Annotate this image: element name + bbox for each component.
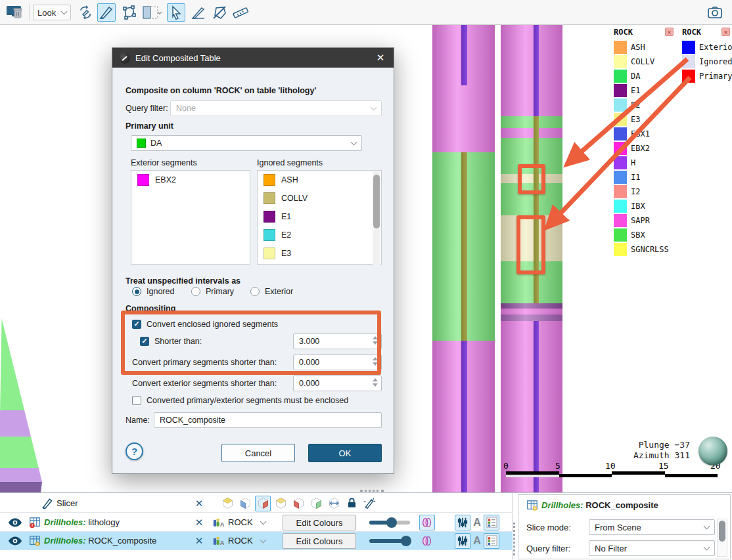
slice-mode-red-box-icon[interactable] xyxy=(255,496,271,511)
panel-splitter-handle[interactable] xyxy=(513,523,515,555)
cancel-button[interactable]: Cancel xyxy=(221,444,295,462)
visibility-eye-icon[interactable] xyxy=(8,517,22,528)
radio-icon xyxy=(191,287,200,296)
text-label-icon[interactable]: A xyxy=(469,515,485,530)
close-icon[interactable]: ✕ xyxy=(374,52,387,64)
spinner-arrows-icon[interactable] xyxy=(373,336,378,345)
shorter-than-spinbox[interactable]: 3.000 xyxy=(293,334,382,349)
flat-colour-icon[interactable] xyxy=(419,515,435,530)
chevron-down-icon xyxy=(704,523,710,530)
slicer-row[interactable]: Slicer ✕ xyxy=(0,494,513,513)
spinner-arrows-icon[interactable] xyxy=(373,378,378,387)
lock-icon[interactable] xyxy=(344,496,359,511)
help-button[interactable]: ? xyxy=(126,442,143,460)
convert-exterior-spinbox[interactable]: 0.000 xyxy=(293,376,382,391)
radio-label: Primary xyxy=(206,287,234,296)
orientation-globe[interactable] xyxy=(698,437,727,465)
select-cursor-icon[interactable] xyxy=(167,3,185,22)
color-swatch xyxy=(614,55,627,68)
shape-row-rock-composite[interactable]: Drillholes: ROCK_composite ✕ A ROCK Edit… xyxy=(0,532,513,550)
colour-column-dropdown[interactable]: A ROCK xyxy=(213,517,265,528)
close-icon[interactable]: ✕ xyxy=(665,28,674,36)
query-filter-dropdown[interactable]: None xyxy=(170,100,382,116)
legend-toggle-icon[interactable] xyxy=(484,533,499,549)
legend-item: I1 xyxy=(614,171,640,184)
opacity-slider[interactable] xyxy=(369,539,410,543)
exterior-segments-list[interactable]: EBX2 xyxy=(131,170,250,265)
slice-box-icon[interactable] xyxy=(141,3,164,22)
edit-colours-button[interactable]: Edit Colours xyxy=(283,515,356,530)
color-swatch xyxy=(614,113,627,126)
opacity-slider[interactable] xyxy=(369,521,410,525)
flat-colour-icon[interactable] xyxy=(419,533,435,549)
drillhole-segment xyxy=(501,303,562,309)
scrollbar[interactable] xyxy=(373,171,380,265)
display-options-icon[interactable] xyxy=(455,533,470,549)
ignored-segments-list[interactable]: ASHCOLLVE1E2E3 xyxy=(257,170,382,265)
rotate-slicer-icon[interactable] xyxy=(76,3,95,22)
edit-slicer-icon[interactable] xyxy=(361,496,377,511)
legend-item: IBX xyxy=(614,200,645,213)
camera-icon[interactable] xyxy=(706,3,724,22)
segment-list-item[interactable]: E1 xyxy=(258,207,381,226)
display-options-icon[interactable] xyxy=(455,515,470,530)
slice-width-arrows-icon[interactable] xyxy=(326,496,342,511)
dialog-titlebar[interactable]: Edit Composited Table ✕ xyxy=(112,48,394,68)
legend-label: I1 xyxy=(631,173,640,182)
text-label-icon[interactable]: A xyxy=(469,533,485,549)
color-swatch xyxy=(137,139,146,148)
chevron-down-icon xyxy=(61,9,68,15)
radio-primary[interactable]: Primary xyxy=(191,287,234,296)
colour-column-dropdown[interactable]: A ROCK xyxy=(213,536,265,546)
primary-unit-dropdown[interactable]: DA xyxy=(131,135,362,151)
must-be-enclosed-checkbox[interactable]: Converted primary/exterior segments must… xyxy=(132,396,348,405)
draw-slice-icon[interactable] xyxy=(97,3,116,22)
query-filter-dropdown[interactable]: No Filter xyxy=(589,540,715,556)
close-icon[interactable]: ✕ xyxy=(721,28,730,36)
segment-list-item[interactable]: EBX2 xyxy=(131,171,250,189)
convert-enclosed-checkbox[interactable]: Convert enclosed ignored segments xyxy=(132,320,278,329)
table-error-icon xyxy=(29,517,41,528)
ruler-icon[interactable] xyxy=(231,3,250,22)
drillhole-inner-trace xyxy=(461,341,467,492)
chevron-down-icon xyxy=(260,536,267,543)
remove-icon[interactable]: ✕ xyxy=(193,498,205,509)
radio-ignored[interactable]: Ignored xyxy=(132,287,174,296)
clear-scene-icon[interactable] xyxy=(5,3,24,22)
convert-primary-spinbox[interactable]: 0.000 xyxy=(293,355,382,370)
legend-toggle-icon[interactable] xyxy=(484,515,499,530)
color-swatch xyxy=(263,174,275,186)
slice-mode-yellow-box-2-icon[interactable] xyxy=(273,496,288,511)
spinner-arrows-icon[interactable] xyxy=(373,357,378,366)
segment-list-item[interactable]: E3 xyxy=(258,244,381,263)
name-label: Name: xyxy=(126,416,150,425)
segment-list-item[interactable]: COLLV xyxy=(258,189,381,207)
scrollbar[interactable] xyxy=(717,519,727,557)
slice-mode-blue-box-icon[interactable] xyxy=(237,496,253,511)
draw-slice-polyline-icon[interactable] xyxy=(120,3,138,22)
slice-mode-yellow-box-icon[interactable] xyxy=(219,496,235,511)
visibility-eye-icon[interactable] xyxy=(8,536,22,546)
look-dropdown[interactable]: Look xyxy=(33,5,71,20)
draw-polygon-disabled-icon[interactable] xyxy=(210,3,229,22)
remove-icon[interactable]: ✕ xyxy=(193,535,205,547)
shorter-than-checkbox[interactable]: Shorter than: xyxy=(140,337,202,346)
legend-item: SAPR xyxy=(614,214,650,227)
color-swatch xyxy=(263,229,275,241)
slice-mode-green-box-icon[interactable] xyxy=(308,496,324,511)
scrollbar-thumb[interactable] xyxy=(719,521,725,542)
edit-colours-button[interactable]: Edit Colours xyxy=(283,533,356,549)
scrollbar-thumb[interactable] xyxy=(373,175,380,228)
ok-button[interactable]: OK xyxy=(308,444,382,462)
remove-icon[interactable]: ✕ xyxy=(193,517,205,528)
segment-label: EBX2 xyxy=(155,175,176,184)
draw-line-icon[interactable] xyxy=(189,3,208,22)
radio-exterior[interactable]: Exterior xyxy=(250,287,293,296)
segment-list-item[interactable]: E2 xyxy=(258,226,381,244)
slice-mode-dropdown[interactable]: From Scene xyxy=(589,519,715,535)
shape-row-lithology[interactable]: Drillholes: lithology ✕ A ROCK Edit Colo… xyxy=(0,513,513,532)
slice-mode-red-box-2-icon[interactable] xyxy=(290,496,306,511)
segment-list-item[interactable]: ASH xyxy=(258,171,381,189)
name-input[interactable]: ROCK_composite xyxy=(154,412,382,428)
panel-drag-handle[interactable] xyxy=(360,490,384,492)
